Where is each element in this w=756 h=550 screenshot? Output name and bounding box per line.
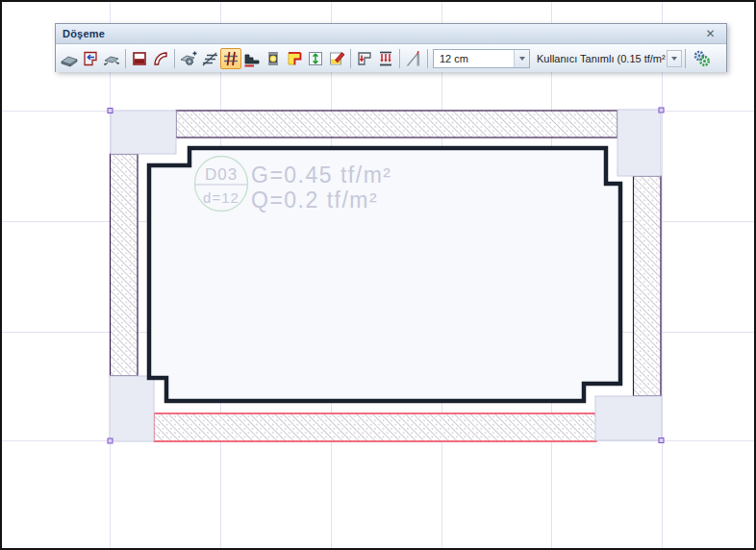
column-top-left[interactable] (111, 111, 176, 154)
panel-region-icon (130, 49, 149, 68)
inclined-slab-icon (404, 49, 423, 68)
wall-right[interactable] (634, 176, 662, 396)
slab-thickness-text: d=12 (203, 189, 239, 206)
gear-icon (693, 49, 711, 67)
window-titlebar[interactable]: Döşeme ✕ (56, 24, 726, 44)
close-icon[interactable]: ✕ (703, 26, 718, 40)
load-dropdown-button[interactable] (667, 50, 682, 67)
slab-light-icon (264, 49, 283, 68)
slab-load-combobox[interactable]: Kullanıcı Tanımlı (0.15 tf/m² (535, 49, 682, 68)
chevron-down-icon (519, 57, 525, 61)
vertical-extent-button[interactable] (305, 48, 326, 69)
window-title: Döşeme (63, 28, 105, 39)
column-top-right[interactable] (617, 110, 661, 176)
corner-region-icon (285, 49, 304, 68)
slab-mirror-button[interactable] (101, 48, 122, 69)
dead-load-text: G=0.45 tf/m² (251, 162, 391, 188)
panel-region-button[interactable] (129, 48, 150, 69)
toolbar-separator (125, 49, 126, 68)
wall-top[interactable] (176, 111, 617, 138)
slab-mirror-icon (102, 49, 121, 68)
drop-panel-button[interactable] (354, 48, 375, 69)
axes-grid-button[interactable] (220, 48, 241, 69)
column-bottom-left[interactable] (110, 376, 154, 441)
toolbar-separator (174, 49, 175, 68)
toolbar-separator (399, 49, 400, 68)
slab-by-outline-icon (81, 49, 100, 68)
slab-properties-icon (179, 49, 198, 68)
toolbar-separator (427, 49, 428, 68)
slab-loads-icon (376, 49, 395, 68)
settings-button[interactable] (691, 48, 712, 69)
modify-region-icon (327, 49, 346, 68)
slab-id-text: D03 (205, 165, 238, 184)
slab-loads-button[interactable] (375, 48, 396, 69)
curved-edge-button[interactable] (150, 48, 171, 69)
hatch-lines-icon (200, 49, 219, 68)
vertical-extent-icon (306, 49, 325, 68)
inclined-slab-button[interactable] (403, 48, 424, 69)
drawing-canvas[interactable]: D03 d=12 G=0.45 tf/m² Q=0.2 tf/m² (0, 0, 756, 550)
axes-grid-icon (221, 49, 240, 68)
grip-bottom-left[interactable] (108, 438, 113, 443)
slab-icon (60, 49, 79, 68)
slab-thickness-value: 12 cm (434, 53, 514, 64)
slab-label: D03 d=12 G=0.45 tf/m² Q=0.2 tf/m² (195, 157, 392, 213)
toolbar-separator (685, 49, 686, 68)
grip-bottom-right[interactable] (659, 438, 664, 443)
chevron-down-icon (671, 57, 677, 61)
grip-top-right[interactable] (659, 108, 664, 112)
grip-top-left[interactable] (108, 109, 113, 113)
stepped-slab-icon (242, 49, 262, 68)
toolbar-separator (350, 49, 351, 68)
slab-light-button[interactable] (263, 48, 284, 69)
corner-region-button[interactable] (284, 48, 305, 69)
stepped-slab-button[interactable] (241, 48, 263, 69)
modify-region-button[interactable] (326, 48, 347, 69)
slab-thickness-combobox[interactable]: 12 cm (433, 49, 530, 68)
slab-properties-button[interactable] (178, 48, 199, 69)
slab-by-outline-button[interactable] (80, 48, 101, 69)
live-load-text: Q=0.2 tf/m² (251, 188, 378, 212)
slab-toolbar: 12 cm Kullanıcı Tanımlı (0.15 tf/m² (56, 44, 726, 72)
slab-tool-window: Döşeme ✕ (55, 23, 727, 72)
column-bottom-right[interactable] (595, 396, 662, 440)
wall-left[interactable] (111, 154, 139, 376)
thickness-dropdown-button[interactable] (514, 50, 529, 67)
hatch-lines-button[interactable] (199, 48, 220, 69)
drop-panel-icon (355, 49, 374, 68)
wall-bottom-selected[interactable] (154, 413, 596, 441)
curved-edge-icon (151, 49, 170, 68)
slab-load-value: Kullanıcı Tanımlı (0.15 tf/m² (535, 53, 667, 64)
slab-tool-button[interactable] (59, 48, 80, 69)
